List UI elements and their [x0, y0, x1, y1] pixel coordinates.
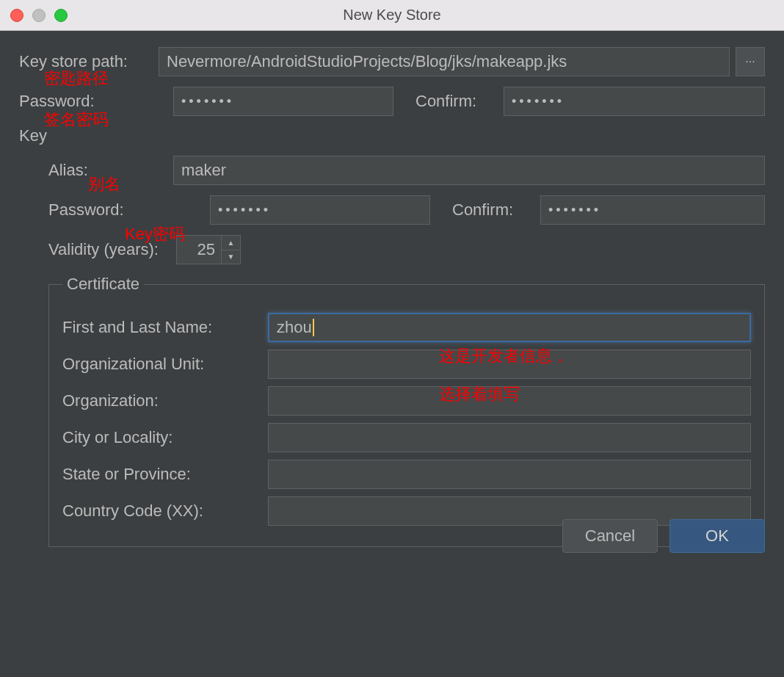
key-password-input[interactable]: ••••••• — [210, 195, 430, 225]
ok-button[interactable]: OK — [669, 519, 765, 553]
key-confirm-label: Confirm: — [452, 200, 540, 220]
ellipsis-icon: ··· — [745, 55, 755, 68]
window-title: New Key Store — [0, 7, 784, 23]
org-label: Organization: — [62, 391, 268, 410]
cancel-button[interactable]: Cancel — [562, 519, 658, 553]
key-confirm-input[interactable]: ••••••• — [540, 195, 765, 225]
key-section: Alias: maker Password: ••••••• Confirm: … — [48, 156, 765, 547]
certificate-legend: Certificate — [62, 275, 144, 294]
first-last-input[interactable]: zhou — [268, 313, 751, 342]
keystore-path-label: Key store path: — [19, 52, 159, 71]
key-password-label: Password: — [48, 200, 210, 220]
validity-label: Validity (years): — [48, 240, 159, 259]
alias-input[interactable]: maker — [173, 156, 765, 185]
validity-spinner[interactable]: 25 ▲ ▼ — [176, 235, 241, 264]
text-caret-icon — [313, 319, 314, 336]
keystore-password-input[interactable]: ••••••• — [173, 87, 393, 116]
state-label: State or Province: — [62, 465, 268, 484]
org-unit-label: Organizational Unit: — [62, 355, 268, 374]
first-last-value: zhou — [277, 318, 312, 337]
dialog-content: Key store path: Nevermore/AndroidStudioP… — [0, 31, 784, 560]
spinner-down-icon[interactable]: ▼ — [222, 250, 240, 264]
first-last-label: First and Last Name: — [62, 318, 268, 337]
browse-button[interactable]: ··· — [736, 47, 765, 76]
key-confirm-value: ••••••• — [548, 203, 601, 218]
keystore-confirm-value: ••••••• — [512, 94, 565, 109]
city-label: City or Locality: — [62, 428, 268, 447]
alias-label: Alias: — [48, 161, 173, 180]
key-section-label: Key — [19, 126, 47, 145]
titlebar: New Key Store — [0, 0, 784, 31]
keystore-path-input[interactable]: Nevermore/AndroidStudioProjects/Blog/jks… — [159, 47, 730, 76]
city-input[interactable] — [268, 423, 751, 452]
key-password-value: ••••••• — [218, 203, 271, 218]
keystore-path-value: Nevermore/AndroidStudioProjects/Blog/jks… — [167, 52, 567, 71]
org-input[interactable] — [268, 386, 751, 416]
org-unit-input[interactable] — [268, 350, 751, 379]
validity-value[interactable]: 25 — [177, 236, 221, 264]
state-input[interactable] — [268, 460, 751, 489]
keystore-password-value: ••••••• — [181, 94, 234, 109]
keystore-confirm-label: Confirm: — [415, 92, 504, 111]
alias-value: maker — [181, 161, 226, 180]
certificate-group: Certificate First and Last Name: zhou Or… — [48, 275, 765, 547]
spinner-up-icon[interactable]: ▲ — [222, 236, 240, 250]
country-label: Country Code (XX): — [62, 502, 268, 521]
keystore-confirm-input[interactable]: ••••••• — [504, 87, 765, 116]
keystore-password-label: Password: — [19, 92, 173, 111]
dialog-footer: Cancel OK — [562, 519, 765, 553]
